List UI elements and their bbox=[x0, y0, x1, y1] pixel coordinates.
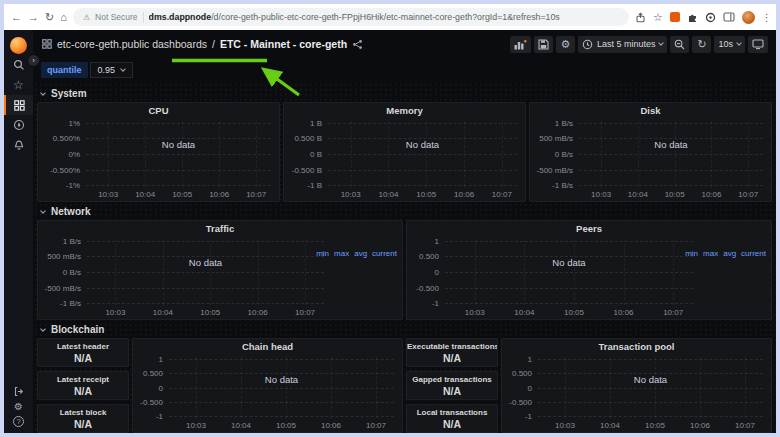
sidebar-item-server-admin[interactable]: ⚙ bbox=[4, 399, 33, 414]
bookmark-star-icon[interactable]: ☆ bbox=[653, 12, 663, 23]
v-gridline bbox=[256, 121, 257, 187]
legend-item-current[interactable]: current bbox=[741, 249, 766, 258]
no-data-label: No data bbox=[87, 257, 324, 268]
legend-item-avg[interactable]: avg bbox=[723, 249, 736, 258]
row-title: System bbox=[51, 88, 87, 99]
h-gridline bbox=[169, 388, 394, 389]
x-tick-label: 10:06 bbox=[690, 421, 710, 430]
browser-menu-icon[interactable]: ⋮ bbox=[762, 12, 772, 23]
panel-title[interactable]: CPU bbox=[38, 103, 279, 118]
sidebar-item-sign-in[interactable] bbox=[4, 384, 33, 399]
legend-item-min[interactable]: min bbox=[316, 249, 329, 258]
legend-item-min[interactable]: min bbox=[685, 249, 698, 258]
y-tick-label: 0.500 bbox=[512, 369, 532, 378]
stat-title[interactable]: Gapped transactions bbox=[407, 372, 497, 384]
row-header-system[interactable]: System bbox=[37, 86, 772, 101]
panel-title[interactable]: Traffic bbox=[38, 221, 402, 236]
time-picker-button[interactable]: Last 5 minutes bbox=[578, 36, 668, 53]
back-icon[interactable]: ← bbox=[11, 12, 22, 23]
refresh-dashboard-button[interactable]: ↻ bbox=[692, 36, 711, 53]
legend-item-current[interactable]: current bbox=[372, 249, 397, 258]
panel-title[interactable]: Peers bbox=[407, 221, 771, 236]
side-panel-icon[interactable] bbox=[723, 11, 735, 23]
zoom-out-icon bbox=[674, 39, 685, 50]
compass-icon bbox=[13, 119, 25, 131]
extension-circle-icon[interactable] bbox=[705, 12, 716, 23]
x-tick-label: 10:07 bbox=[366, 421, 386, 430]
y-tick-label: -500 mB/s bbox=[45, 283, 81, 292]
forward-icon[interactable]: → bbox=[28, 12, 39, 23]
stat-panel-latest-receipt: Latest receiptN/A bbox=[37, 371, 129, 400]
adblock-extension-icon[interactable] bbox=[670, 12, 680, 22]
variable-value-select[interactable]: 0.95 bbox=[90, 62, 134, 78]
panel-title[interactable]: Chain head bbox=[133, 339, 402, 354]
home-icon[interactable]: ⌂ bbox=[60, 12, 67, 23]
row-header-blockchain[interactable]: Blockchain bbox=[37, 322, 772, 337]
puzzle-extensions-icon[interactable] bbox=[687, 12, 698, 23]
cycle-view-mode-button[interactable] bbox=[748, 36, 768, 53]
y-axis: 1 B/s500 mB/s0 B/s-500 mB/s-1 B/s bbox=[530, 121, 577, 187]
x-tick-label: 10:05 bbox=[645, 421, 665, 430]
x-tick-label: 10:07 bbox=[246, 190, 266, 199]
stats-column: Latest headerN/ALatest receiptN/ALatest … bbox=[37, 338, 129, 433]
sidebar-item-dashboards[interactable] bbox=[4, 95, 33, 115]
v-gridline bbox=[305, 239, 306, 305]
y-tick-label: 1 B bbox=[310, 118, 322, 127]
panel-title[interactable]: Memory bbox=[284, 103, 525, 118]
dashboard-scroll-area[interactable]: SystemCPU1%0.500%0%-0.500%-1%No data10:0… bbox=[33, 82, 776, 433]
v-gridline bbox=[163, 239, 164, 305]
panel-body: 1 B0.500 B0 B-0.500 B-1 BNo data10:0310:… bbox=[284, 118, 525, 201]
v-gridline bbox=[700, 357, 701, 418]
y-tick-label: 0 B/s bbox=[63, 268, 81, 277]
legend: minmaxavgcurrent bbox=[685, 249, 766, 258]
v-gridline bbox=[601, 121, 602, 187]
dashboard-settings-button[interactable]: ⚙ bbox=[556, 36, 575, 53]
breadcrumb-dashboard-title[interactable]: ETC - Mainnet - core-geth bbox=[220, 38, 347, 50]
profile-avatar[interactable] bbox=[742, 11, 755, 24]
url-bar[interactable]: ⚠ Not Secure dms.dappnode/d/core-geth-pu… bbox=[73, 8, 629, 26]
add-panel-button[interactable] bbox=[510, 36, 531, 53]
time-range-label: Last 5 minutes bbox=[597, 39, 656, 49]
no-data-label: No data bbox=[169, 374, 394, 385]
stat-title[interactable]: Latest block bbox=[38, 405, 128, 417]
stat-title[interactable]: Executable transactions bbox=[407, 339, 497, 351]
h-gridline bbox=[87, 303, 324, 304]
no-data-label: No data bbox=[445, 257, 693, 268]
panel-title[interactable]: Transaction pool bbox=[502, 339, 771, 354]
not-secure-warning-icon: ⚠ bbox=[83, 13, 90, 22]
legend-item-max[interactable]: max bbox=[334, 249, 349, 258]
share-dashboard-icon[interactable] bbox=[352, 39, 363, 50]
row-header-network[interactable]: Network bbox=[37, 204, 772, 219]
stat-title[interactable]: Latest header bbox=[38, 339, 128, 351]
refresh-interval-select[interactable]: 10s bbox=[714, 36, 745, 53]
sidebar-item-help[interactable]: ? bbox=[4, 414, 33, 429]
sidebar-expand-button[interactable]: › bbox=[27, 54, 40, 67]
save-dashboard-button[interactable] bbox=[534, 36, 553, 53]
x-tick-label: 10:06 bbox=[248, 308, 268, 317]
x-tick-label: 10:04 bbox=[600, 421, 620, 430]
x-tick-label: 10:04 bbox=[378, 190, 398, 199]
sidebar-item-alerting[interactable] bbox=[4, 135, 33, 155]
stat-title[interactable]: Local transactions bbox=[407, 405, 497, 417]
sidebar-item-starred[interactable]: ☆ bbox=[4, 75, 33, 95]
dashboard-rows: SystemCPU1%0.500%0%-0.500%-1%No data10:0… bbox=[37, 86, 772, 433]
grafana-logo[interactable] bbox=[4, 35, 33, 55]
x-tick-label: 10:05 bbox=[564, 308, 584, 317]
share-page-icon[interactable] bbox=[635, 12, 646, 23]
legend-item-max[interactable]: max bbox=[703, 249, 718, 258]
dashboard-submenu: quantile 0.95 bbox=[33, 58, 776, 82]
stat-title[interactable]: Latest receipt bbox=[38, 372, 128, 384]
panel-title[interactable]: Disk bbox=[530, 103, 771, 118]
sidebar-item-explore[interactable] bbox=[4, 115, 33, 135]
stat-value: N/A bbox=[38, 384, 128, 399]
y-tick-label: -0.500 bbox=[416, 283, 439, 292]
h-gridline bbox=[87, 272, 324, 273]
chevron-down-icon bbox=[40, 90, 46, 96]
breadcrumb-folder[interactable]: etc-core-geth.public dashboards bbox=[57, 38, 207, 50]
legend-item-avg[interactable]: avg bbox=[354, 249, 367, 258]
zoom-out-time-button[interactable] bbox=[670, 36, 689, 53]
x-tick-label: 10:03 bbox=[186, 421, 206, 430]
reload-icon[interactable]: ↻ bbox=[45, 12, 54, 23]
h-gridline bbox=[328, 185, 517, 186]
x-tick-label: 10:04 bbox=[628, 190, 648, 199]
